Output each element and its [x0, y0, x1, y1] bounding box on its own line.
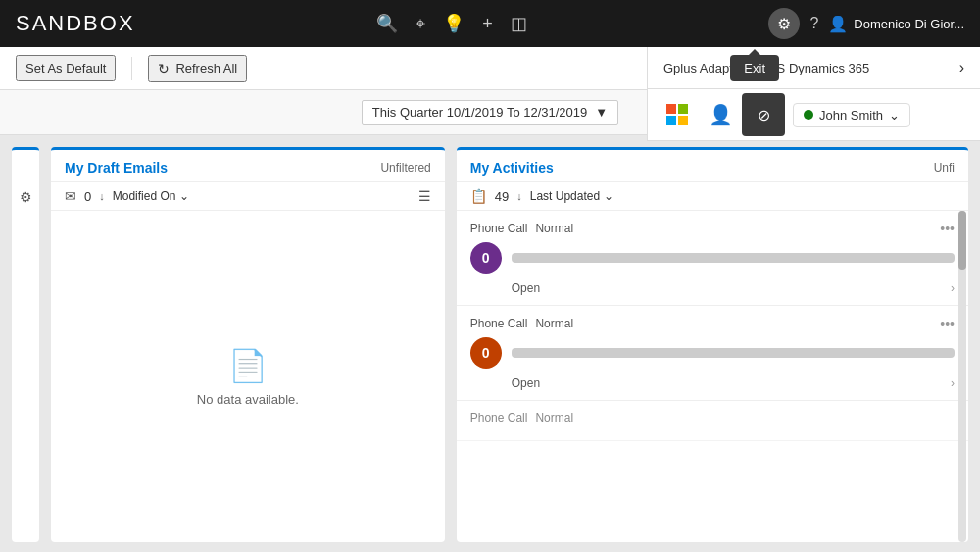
activity-status-1: Open: [512, 281, 540, 295]
activities-sort-button[interactable]: Last Updated ⌄: [530, 189, 613, 203]
right-panel-chevron: ›: [959, 59, 964, 76]
set-default-button[interactable]: Set As Default: [16, 55, 116, 81]
activity-item-2-header: Phone Call Normal •••: [470, 316, 955, 331]
activity-item: Phone Call Normal ••• 0 Open ›: [457, 211, 968, 306]
activity-item: Phone Call Normal ••• 0 Open ›: [457, 306, 968, 401]
panel-user-name: John Smith: [819, 108, 883, 123]
avatar-letter-1: 0: [482, 250, 490, 266]
user-dropdown-chevron: ⌄: [889, 108, 900, 123]
draft-sort-label: Modified On: [113, 189, 176, 203]
ms-logo-icon[interactable]: [656, 93, 699, 136]
activity-item-3-header: Phone Call Normal: [470, 411, 955, 425]
activity-item-1-header: Phone Call Normal •••: [470, 221, 955, 236]
right-panel-header: Gplus Adapter for MS Dynamics 365 ›: [648, 47, 980, 89]
activity-avatar-2: 0: [470, 337, 502, 369]
user-avatar-icon: 👤: [828, 15, 848, 33]
activity-name-blurred-1: [512, 253, 955, 263]
activity-calendar-icon: 📋: [470, 188, 487, 204]
search-icon[interactable]: 🔍: [376, 13, 398, 34]
activity-name-blurred-2: [512, 348, 955, 358]
activity-avatar-1: 0: [470, 242, 502, 274]
activity-expand-1[interactable]: ›: [951, 281, 955, 295]
activity-priority-1: Normal: [535, 222, 573, 235]
activities-count-down-icon: ↓: [516, 190, 522, 202]
activity-list: Phone Call Normal ••• 0 Open ›: [457, 211, 968, 542]
app-title: SANDBOX: [16, 11, 135, 36]
activities-filter: Unfi: [934, 161, 955, 175]
user-status-dot: [804, 110, 813, 120]
activity-type-3: Phone Call: [470, 411, 528, 425]
plus-icon[interactable]: +: [482, 14, 493, 34]
activities-header: My Activities Unfi: [457, 150, 968, 182]
activities-count: 49: [495, 189, 509, 204]
draft-count-down-icon: ↓: [99, 190, 105, 202]
user-chip[interactable]: John Smith ⌄: [793, 103, 910, 127]
toolbar-separator: [131, 57, 132, 80]
activity-body-2: 0: [470, 337, 955, 369]
date-filter-chevron: ▼: [595, 105, 608, 120]
draft-emails-subheader: ✉ 0 ↓ Modified On ⌄ ☰: [51, 182, 445, 211]
header-nav-icons: 🔍 ⌖ 💡 + ◫: [376, 13, 527, 34]
activity-type-1: Phone Call: [470, 222, 528, 235]
lightbulb-icon[interactable]: 💡: [443, 13, 465, 34]
app-header: SANDBOX 🔍 ⌖ 💡 + ◫ ⚙ ? 👤 Domenico Di Gior…: [0, 0, 980, 47]
activities-sort-label: Last Updated: [530, 189, 600, 203]
activity-status-row-1: Open ›: [470, 281, 955, 295]
activity-more-1[interactable]: •••: [940, 221, 955, 236]
scrollbar-thumb: [958, 211, 966, 270]
exit-tooltip-text: Exit: [744, 61, 765, 75]
empty-document-icon: 📄: [228, 347, 268, 384]
draft-emails-count: 0: [84, 189, 91, 204]
people-icon[interactable]: 👤: [699, 93, 742, 136]
refresh-label: Refresh All: [175, 61, 237, 75]
activity-more-2[interactable]: •••: [940, 316, 955, 331]
exit-icon-button[interactable]: ⊘: [742, 93, 785, 136]
refresh-button[interactable]: ↻ Refresh All: [148, 55, 247, 82]
activities-sort-chevron: ⌄: [604, 189, 613, 203]
activity-type-2: Phone Call: [470, 317, 528, 330]
activity-body-1: 0: [470, 242, 955, 274]
draft-empty-text: No data available.: [197, 392, 299, 407]
draft-emails-title: My Draft Emails: [65, 160, 168, 176]
vertical-scrollbar[interactable]: [958, 211, 966, 542]
activities-title: My Activities: [470, 160, 554, 176]
date-filter-button[interactable]: This Quarter 10/1/2019 To 12/31/2019 ▼: [362, 100, 618, 125]
date-filter-label: This Quarter 10/1/2019 To 12/31/2019: [372, 105, 587, 120]
draft-filter-settings-icon[interactable]: ☰: [418, 188, 431, 204]
draft-emails-filter: Unfiltered: [380, 161, 430, 175]
activity-item: Phone Call Normal: [457, 401, 968, 441]
activity-status-2: Open: [512, 376, 540, 390]
settings-icon[interactable]: ⚙: [768, 8, 800, 39]
email-icon: ✉: [65, 188, 76, 204]
activity-priority-3: Normal: [535, 411, 573, 425]
user-name-label: Domenico Di Gior...: [854, 17, 964, 31]
draft-emails-header: My Draft Emails Unfiltered: [51, 150, 445, 182]
set-default-label: Set As Default: [25, 61, 106, 75]
draft-sort-button[interactable]: Modified On ⌄: [113, 189, 190, 203]
avatar-letter-2: 0: [482, 345, 490, 361]
activity-priority-2: Normal: [535, 317, 573, 330]
main-content: ⚙ My Draft Emails Unfiltered ✉ 0 ↓ Modif…: [0, 135, 980, 552]
activities-subheader: 📋 49 ↓ Last Updated ⌄: [457, 182, 968, 211]
left-partial-card: ⚙: [12, 147, 39, 542]
draft-emails-card: My Draft Emails Unfiltered ✉ 0 ↓ Modifie…: [51, 147, 445, 542]
draft-sort-chevron: ⌄: [179, 189, 189, 203]
filter-icon[interactable]: ◫: [511, 13, 527, 34]
header-right: ⚙ ? 👤 Domenico Di Gior...: [768, 8, 964, 39]
user-button[interactable]: 👤 Domenico Di Gior...: [828, 15, 964, 33]
activity-status-row-2: Open ›: [470, 376, 955, 390]
filter-settings-icon[interactable]: ⚙: [20, 189, 32, 205]
exit-tooltip: Exit: [730, 55, 779, 81]
activity-expand-2[interactable]: ›: [951, 376, 955, 390]
refresh-icon: ↻: [158, 61, 170, 76]
draft-emails-empty: 📄 No data available.: [51, 211, 445, 542]
help-icon[interactable]: ?: [809, 15, 818, 32]
right-panel: Gplus Adapter for MS Dynamics 365 › 👤 ⊘ …: [647, 47, 980, 141]
target-icon[interactable]: ⌖: [416, 14, 425, 34]
activities-card: My Activities Unfi 📋 49 ↓ Last Updated ⌄…: [457, 147, 968, 542]
